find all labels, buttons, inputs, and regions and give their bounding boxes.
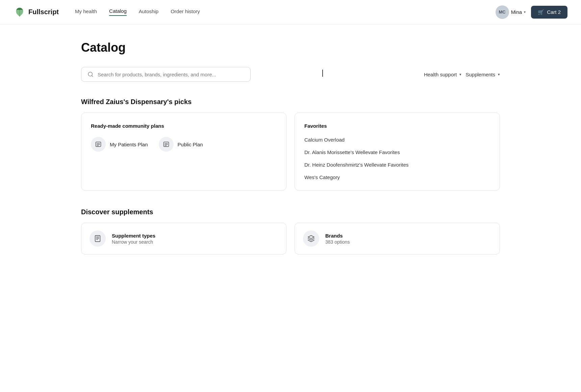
navbar: Fullscript My health Catalog Autoship Or… [0, 0, 581, 24]
discover-section: Discover supplements Supplement types Na… [81, 208, 500, 254]
supplement-types-sub: Narrow your search [112, 239, 155, 245]
favorites-list: Calcium Overload Dr. Alanis Morissette's… [304, 137, 490, 180]
svg-marker-14 [308, 236, 314, 239]
my-patients-plan-icon [91, 137, 106, 152]
community-plans-title: Ready-made community plans [91, 123, 277, 129]
plan-items: My Patients Plan Public Plan [91, 137, 277, 152]
public-plan-list-icon [163, 141, 170, 148]
brands-card[interactable]: Brands 383 options [295, 223, 500, 254]
svg-line-1 [92, 75, 93, 76]
cart-icon: 🛒 [538, 9, 544, 15]
avatar: MC [496, 5, 509, 19]
cart-label: Cart 2 [547, 9, 561, 15]
health-support-filter[interactable]: Health support ▾ [424, 72, 462, 77]
logo[interactable]: Fullscript [14, 6, 59, 18]
main-content: Catalog | Health support ▾ Supplements ▾ [68, 24, 513, 275]
picks-section-title: Wilfred Zaius's Dispensary's picks [81, 98, 500, 106]
page-title: Catalog [81, 41, 500, 55]
supplement-types-icon [90, 230, 106, 247]
user-chevron-icon: ▾ [524, 10, 526, 14]
picks-cards-row: Ready-made community plans My Patients P… [81, 113, 500, 191]
nav-autoship[interactable]: Autoship [139, 8, 158, 16]
nav-right: MC Mina ▾ 🛒 Cart 2 [496, 5, 567, 19]
favorite-item-3[interactable]: Wes's Category [304, 174, 490, 180]
supplements-label: Supplements [465, 72, 495, 77]
cart-button[interactable]: 🛒 Cart 2 [531, 6, 567, 19]
brands-layers-icon [307, 235, 315, 242]
search-filter-row: | Health support ▾ Supplements ▾ [81, 67, 500, 82]
search-input[interactable] [98, 72, 244, 77]
supplements-filter[interactable]: Supplements ▾ [465, 72, 500, 77]
supplement-types-text: Supplement types Narrow your search [112, 233, 155, 245]
favorites-card: Favorites Calcium Overload Dr. Alanis Mo… [295, 113, 500, 191]
user-name: Mina [511, 9, 522, 15]
picks-section: Wilfred Zaius's Dispensary's picks Ready… [81, 98, 500, 191]
nav-my-health[interactable]: My health [75, 8, 97, 16]
my-patients-plan-label: My Patients Plan [110, 142, 148, 147]
supplement-types-card[interactable]: Supplement types Narrow your search [81, 223, 286, 254]
search-icon [87, 71, 94, 77]
search-box[interactable] [81, 67, 251, 82]
supplement-types-name: Supplement types [112, 233, 155, 239]
favorite-item-1[interactable]: Dr. Alanis Morissette's Wellevate Favori… [304, 149, 490, 155]
logo-icon [14, 6, 26, 18]
my-patients-plan-item[interactable]: My Patients Plan [91, 137, 148, 152]
community-plans-card: Ready-made community plans My Patients P… [81, 113, 286, 191]
favorite-item-2[interactable]: Dr. Heinz Doofenshmirtz's Wellevate Favo… [304, 162, 490, 168]
public-plan-item[interactable]: Public Plan [159, 137, 203, 152]
supplement-list-icon [94, 235, 101, 242]
user-dropdown[interactable]: MC Mina ▾ [496, 5, 526, 19]
public-plan-icon [159, 137, 174, 152]
health-support-chevron-icon: ▾ [459, 72, 461, 77]
nav-order-history[interactable]: Order history [171, 8, 200, 16]
discover-section-title: Discover supplements [81, 208, 500, 216]
nav-catalog[interactable]: Catalog [109, 8, 127, 16]
filter-buttons: Health support ▾ Supplements ▾ [424, 72, 500, 77]
supplements-chevron-icon: ▾ [498, 72, 500, 77]
text-cursor-indicator: | [322, 68, 324, 77]
brands-name: Brands [325, 233, 350, 239]
nav-links: My health Catalog Autoship Order history [75, 8, 496, 16]
discover-cards: Supplement types Narrow your search Bran… [81, 223, 500, 254]
svg-rect-10 [95, 236, 100, 242]
plan-list-icon [95, 141, 102, 148]
favorites-title: Favorites [304, 123, 490, 129]
health-support-label: Health support [424, 72, 457, 77]
logo-text: Fullscript [28, 8, 59, 16]
public-plan-label: Public Plan [178, 142, 203, 147]
brands-sub: 383 options [325, 239, 350, 245]
brands-icon [303, 230, 319, 247]
brands-text: Brands 383 options [325, 233, 350, 245]
favorite-item-0[interactable]: Calcium Overload [304, 137, 490, 143]
